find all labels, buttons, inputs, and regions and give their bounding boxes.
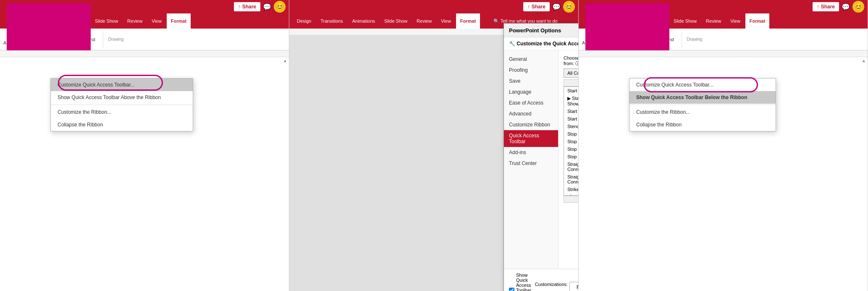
ribbon-tabs-2: Design Transitions Animations Slide Show… <box>293 13 480 29</box>
menu-item-customize-ribbon-1[interactable]: Customize the Ribbon... <box>51 106 193 118</box>
tab-review-3[interactable]: Review <box>702 13 725 29</box>
comment-icon-3[interactable]: 💬 <box>842 3 850 11</box>
cmd-item-start-slide-show[interactable]: ▶ Start Slide Show <box>564 94 579 107</box>
user-avatar-1[interactable]: 😊 <box>274 1 286 13</box>
share-button-3[interactable]: ↑ Share <box>813 2 839 11</box>
tab-view-1[interactable]: View <box>147 13 166 29</box>
share-button-1[interactable]: ↑ Share <box>234 2 260 11</box>
ruler-1 <box>0 50 289 57</box>
tab-format-3[interactable]: Format <box>745 13 769 29</box>
cmd-item-straight-connector[interactable]: Straight Connector <box>564 173 579 186</box>
dialog-body-2: General Proofing Save Language Ease of A… <box>504 50 579 269</box>
menu-item-show-above-1[interactable]: Show Quick Access Toolbar Above the Ribb… <box>51 91 193 104</box>
menu-item-customize-qa-3[interactable]: Customize Quick Access Toolbar... <box>629 79 776 91</box>
tab-slideshow-3[interactable]: Slide Show <box>669 13 701 29</box>
slide-thumbnail-1 <box>7 3 91 50</box>
sidebar-item-addins[interactable]: Add-ins <box>504 147 558 158</box>
cmd-item-stop-track[interactable]: Stop Track <box>564 153 579 160</box>
left-dropdown-2[interactable]: All Commands <box>564 68 579 78</box>
comment-icon-2[interactable]: 💬 <box>552 3 561 11</box>
ruler-3 <box>579 50 868 57</box>
header-icons-2: ↑ Share 💬 😊 <box>523 1 575 13</box>
menu-item-collapse-ribbon-3[interactable]: Collapse the Ribbon <box>629 118 776 131</box>
tab-review-1[interactable]: Review <box>123 13 147 29</box>
cmd-item-strikethrough[interactable]: Strikethrough <box>564 186 579 193</box>
sidebar-item-ease[interactable]: Ease of Access <box>504 97 558 108</box>
dialog-subtitle-2: 🔧 Customize the Quick Access Toolbar. <box>504 37 579 50</box>
sidebar-item-save[interactable]: Save <box>504 76 558 87</box>
title-bar-2: ↑ Share 💬 😊 <box>289 0 578 13</box>
cmd-item-stop-time[interactable]: Stop Time <box>564 145 579 153</box>
tab-design-2[interactable]: Design <box>293 13 315 29</box>
user-avatar-2[interactable]: 😊 <box>563 1 575 13</box>
comment-icon-1[interactable]: 💬 <box>263 3 271 11</box>
sidebar-item-qa-toolbar[interactable]: Quick Access Toolbar <box>504 130 558 147</box>
share-icon-2: ↑ <box>527 4 530 10</box>
drawing-label-3: Drawing <box>687 37 703 42</box>
context-menu-3: Customize Quick Access Toolbar... Show Q… <box>629 78 776 131</box>
collapse-arrow-1[interactable]: ▲ <box>283 58 287 63</box>
drawing-label-1: Drawing <box>108 37 124 42</box>
cmd-item-start-inking[interactable]: Start Inking <box>564 87 579 94</box>
slide-thumbnail-3 <box>585 3 669 50</box>
sidebar-item-proofing[interactable]: Proofing <box>504 65 558 76</box>
scroll-up-left-2[interactable]: ▲ <box>564 79 579 87</box>
cmd-item-stop-highlighting[interactable]: Stop Highlighting <box>564 130 579 138</box>
sidebar-item-language[interactable]: Language <box>504 87 558 97</box>
tab-animations-2[interactable]: Animations <box>348 13 379 29</box>
reset-button-2[interactable]: Reset ▾ <box>569 282 579 291</box>
cmd-item-start-track[interactable]: Start Track <box>564 115 579 123</box>
dialog-title-2: PowerPoint Options ✕ <box>504 24 579 37</box>
dialog-sidebar-2: General Proofing Save Language Ease of A… <box>504 50 559 269</box>
tab-view-2[interactable]: View <box>437 13 455 29</box>
dialog-2: PowerPoint Options ✕ 🔧 Customize the Qui… <box>503 23 579 291</box>
cmd-item-start-time[interactable]: Start Time <box>564 107 579 115</box>
tab-slideshow-1[interactable]: Slide Show <box>91 13 122 29</box>
share-icon-1: ↑ <box>238 4 241 10</box>
menu-sep-1 <box>51 105 193 105</box>
sidebar-item-customize-ribbon[interactable]: Customize Ribbon <box>504 119 558 130</box>
user-avatar-3[interactable]: 😊 <box>852 1 864 13</box>
tab-slideshow-2[interactable]: Slide Show <box>380 13 412 29</box>
cmd-item-stencils[interactable]: Stencils <box>564 123 579 130</box>
menu-item-show-below-3[interactable]: Show Quick Access Toolbar Below the Ribb… <box>629 91 776 104</box>
collapse-arrow-3[interactable]: ▲ <box>862 58 866 63</box>
cmd-item-straight-arrow[interactable]: Straight Arrow Connector <box>564 160 579 173</box>
footer-left-2: Show Quick Access Toolbar below the Ribb… <box>509 273 535 291</box>
tab-format-1[interactable]: Format <box>167 13 191 29</box>
panel-2: ↑ Share 💬 😊 Design Transitions Animation… <box>289 0 579 291</box>
header-icons-3: ↑ Share 💬 😊 <box>813 1 864 13</box>
menu-item-collapse-ribbon-1[interactable]: Collapse the Ribbon <box>51 118 193 131</box>
dialog-columns-2: Choose commands from: ⓘ All Commands ▲ S… <box>564 55 579 264</box>
customizations-section-2: Customizations: Reset ▾ ⓘ <box>535 282 579 291</box>
menu-sep-3 <box>629 105 776 105</box>
panel-3: ↑ Share 💬 😊 Design Transitions Animation… <box>579 0 868 291</box>
left-label-2: Choose commands from: ⓘ <box>564 55 579 67</box>
menu-item-customize-ribbon-3[interactable]: Customize the Ribbon... <box>629 106 776 118</box>
context-menu-1: Customize Quick Access Toolbar... Show Q… <box>50 78 193 131</box>
scroll-down-left-2[interactable]: ▼ <box>564 196 579 203</box>
tab-review-2[interactable]: Review <box>412 13 436 29</box>
menu-item-customize-qa-1[interactable]: Customize Quick Access Toolbar... <box>51 79 193 91</box>
cmd-item-stop-inking[interactable]: Stop Inking <box>564 138 579 145</box>
show-below-checkbox-2[interactable] <box>509 288 514 291</box>
panel-1: ↑ Share 💬 😊 Design Transitions Animation… <box>0 0 289 291</box>
sidebar-item-trust[interactable]: Trust Center <box>504 158 558 169</box>
share-icon-3: ↑ <box>817 4 819 10</box>
dialog-footer-2: Show Quick Access Toolbar below the Ribb… <box>504 269 579 291</box>
sidebar-item-advanced[interactable]: Advanced <box>504 108 558 119</box>
sidebar-item-general[interactable]: General <box>504 54 558 65</box>
tab-transitions-2[interactable]: Transitions <box>316 13 347 29</box>
left-list-2[interactable]: Start Inking ▶ Start Slide Show Start Ti… <box>564 87 579 196</box>
tab-view-3[interactable]: View <box>726 13 745 29</box>
header-icons-1: ↑ Share 💬 😊 <box>234 1 286 13</box>
dialog-content-2: Choose commands from: ⓘ All Commands ▲ S… <box>559 50 579 269</box>
left-column-2: Choose commands from: ⓘ All Commands ▲ S… <box>564 55 579 264</box>
share-button-2[interactable]: ↑ Share <box>523 2 550 11</box>
tab-format-2[interactable]: Format <box>456 13 480 29</box>
